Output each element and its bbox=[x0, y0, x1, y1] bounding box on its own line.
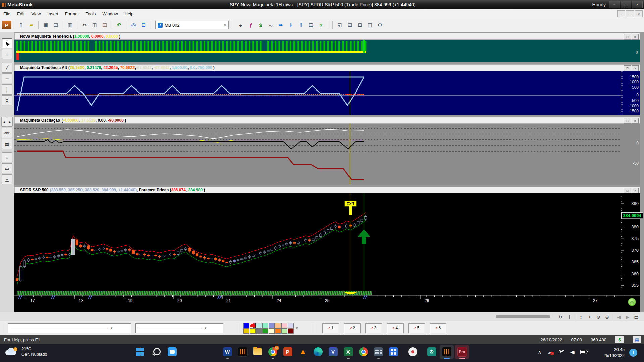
taskbar-explorer-icon[interactable] bbox=[253, 347, 263, 357]
menu-insert[interactable]: Insert bbox=[44, 10, 62, 18]
new-chart-icon[interactable]: ▯ bbox=[16, 21, 26, 29]
restore-button[interactable]: □ bbox=[621, 1, 631, 8]
color-swatch[interactable] bbox=[243, 328, 249, 334]
panel-close-button[interactable]: × bbox=[632, 118, 639, 124]
color-swatch[interactable] bbox=[256, 328, 262, 334]
page-right-button[interactable]: ▶ bbox=[623, 313, 632, 320]
print-preview-icon[interactable]: ▥ bbox=[65, 21, 75, 29]
menu-format[interactable]: Format bbox=[62, 10, 82, 18]
color-swatch[interactable] bbox=[281, 328, 287, 334]
trendline-tool[interactable]: ╱ bbox=[2, 63, 12, 73]
menu-button[interactable]: ▤ bbox=[632, 313, 641, 320]
color-swatch[interactable] bbox=[269, 328, 275, 334]
power-console-icon[interactable]: P bbox=[2, 21, 11, 29]
panel-header-p1[interactable]: Nova Maquineta Tendência(1.00000, 0.0000… bbox=[14, 33, 640, 40]
tile-windows-icon[interactable]: ⊞ bbox=[345, 21, 355, 29]
color-swatch[interactable] bbox=[288, 328, 294, 334]
panel-chart-p3[interactable]: 0-50 bbox=[14, 124, 640, 185]
grid-tool[interactable]: ▦ bbox=[2, 139, 12, 149]
binoculars-icon[interactable]: ∞ bbox=[266, 21, 275, 29]
pointer-tool[interactable] bbox=[2, 38, 12, 48]
pan-button[interactable]: + bbox=[585, 313, 594, 320]
taskbar-word-icon[interactable]: W bbox=[222, 347, 232, 357]
rectangle-tool[interactable]: ▭ bbox=[2, 163, 12, 173]
undo-icon[interactable]: ↶ bbox=[114, 21, 124, 29]
crosshair-icon[interactable]: ◎ bbox=[129, 21, 138, 29]
wifi-icon[interactable] bbox=[558, 350, 564, 354]
chart-template-button-3[interactable]: ↗3 bbox=[365, 323, 382, 333]
panel-header-p3[interactable]: Maquineta Oscilação(-4.00000, 17.6529, 0… bbox=[14, 117, 640, 124]
palette-dropdown-icon[interactable]: ▾ bbox=[296, 326, 298, 330]
crosshair-plus-tool[interactable]: + bbox=[2, 49, 12, 59]
taskbar-visio-icon[interactable]: V bbox=[328, 347, 338, 357]
help-pointer-icon[interactable]: ? bbox=[316, 21, 326, 29]
zoom-in-button[interactable]: ⊕ bbox=[603, 313, 611, 320]
toolbar-grip[interactable] bbox=[313, 324, 315, 333]
taskbar-app-grid-icon[interactable] bbox=[388, 347, 398, 357]
menu-window[interactable]: Window bbox=[99, 10, 121, 18]
tile-vertical-icon[interactable]: ◫ bbox=[365, 21, 375, 29]
color-swatch[interactable] bbox=[288, 323, 294, 328]
taskbar-chat-icon[interactable] bbox=[167, 347, 177, 357]
taskbar-calculator-icon[interactable] bbox=[373, 347, 383, 357]
menu-file[interactable]: File bbox=[0, 10, 14, 18]
color-swatch[interactable] bbox=[262, 323, 268, 328]
battery-icon[interactable] bbox=[580, 350, 587, 354]
onedrive-icon[interactable]: ☁× bbox=[547, 349, 552, 355]
dollar-icon[interactable]: $ bbox=[256, 21, 265, 29]
child-close-button[interactable]: × bbox=[635, 10, 643, 17]
weather-widget[interactable]: 21°C Ger. Nublado bbox=[5, 346, 47, 357]
taskbar-powerpoint-icon[interactable]: P bbox=[283, 347, 293, 357]
volume-icon[interactable]: ◀)) bbox=[570, 349, 574, 355]
taskbar-vlc-icon[interactable]: ▲ bbox=[298, 347, 308, 357]
line-style-select-1[interactable]: ▾ bbox=[8, 323, 131, 333]
color-swatch[interactable] bbox=[281, 323, 287, 328]
function-icon[interactable]: ƒ bbox=[246, 21, 255, 29]
paste-icon[interactable]: ▤ bbox=[100, 21, 109, 29]
taskbar-pro-icon[interactable]: Pro bbox=[457, 347, 467, 357]
color-swatch[interactable] bbox=[243, 323, 249, 328]
color-swatch[interactable] bbox=[275, 323, 281, 328]
taskbar-start-icon[interactable] bbox=[135, 347, 145, 357]
color-swatch[interactable] bbox=[262, 328, 268, 334]
refresh-button[interactable]: ↻ bbox=[556, 313, 565, 320]
open-chart-icon[interactable]: ▰ bbox=[26, 21, 36, 29]
prev-arrow-tool[interactable]: ◂ bbox=[1, 117, 7, 127]
taskbar-excel-icon[interactable]: X bbox=[343, 347, 353, 357]
copy-icon[interactable]: ◫ bbox=[90, 21, 99, 29]
notification-badge[interactable]: 1 bbox=[629, 349, 637, 357]
color-swatch[interactable] bbox=[256, 323, 262, 328]
panel-restore-button[interactable]: □ bbox=[624, 34, 631, 40]
system-button[interactable]: ▦ bbox=[633, 336, 641, 343]
color-swatch[interactable] bbox=[250, 323, 256, 328]
download-data-icon[interactable]: ⇓ bbox=[286, 21, 296, 29]
upload-data-icon[interactable]: ⇑ bbox=[296, 21, 306, 29]
bar-button[interactable]: I bbox=[565, 313, 574, 320]
menu-edit[interactable]: Edit bbox=[14, 10, 28, 18]
tile-horizontal-icon[interactable]: ⊟ bbox=[355, 21, 365, 29]
cut-icon[interactable]: ✂ bbox=[80, 21, 89, 29]
zoom-out-button[interactable]: ⊖ bbox=[594, 313, 603, 320]
chart-template-button-1[interactable]: ↗1 bbox=[322, 323, 339, 333]
save-icon[interactable]: ▣ bbox=[41, 21, 50, 29]
print-icon[interactable]: ▤ bbox=[51, 21, 60, 29]
layout-template-select[interactable]: fMB 002∨ bbox=[155, 21, 229, 29]
next-arrow-tool[interactable]: ▸ bbox=[7, 117, 13, 127]
panel-close-button[interactable]: × bbox=[632, 65, 639, 71]
panel-close-button[interactable]: × bbox=[632, 34, 639, 40]
tray-chevron-icon[interactable]: ∧ bbox=[538, 349, 541, 355]
panel-restore-button[interactable]: □ bbox=[624, 188, 631, 193]
chart-template-button-2[interactable]: ↗2 bbox=[344, 323, 361, 333]
taskbar-search-icon[interactable] bbox=[152, 347, 162, 357]
horizontal-scrollbar[interactable] bbox=[496, 315, 550, 318]
chart-template-button-5[interactable]: ↗5 bbox=[408, 323, 425, 333]
panel-restore-button[interactable]: □ bbox=[624, 65, 631, 71]
panel-header-p2[interactable]: Maquineta Tendência Alt(28.1529, 0.21479… bbox=[14, 64, 640, 71]
menu-help[interactable]: Help bbox=[121, 10, 137, 18]
expert-advisor-icon[interactable]: ☺ bbox=[628, 298, 636, 306]
currency-button[interactable]: $ bbox=[615, 336, 624, 343]
panel-header-p4[interactable]: SPDR S&P 500(383.550, 385.250, 383.520, … bbox=[14, 187, 640, 193]
toolbar-grip[interactable] bbox=[237, 324, 239, 333]
line-style-select-2[interactable]: ▾ bbox=[135, 323, 223, 333]
text-tool[interactable]: abc bbox=[2, 128, 12, 138]
